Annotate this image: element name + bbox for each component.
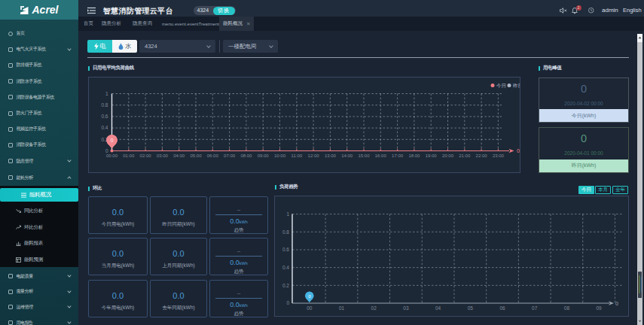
svg-text:0: 0 xyxy=(517,148,520,153)
svg-text:13:00: 13:00 xyxy=(325,153,337,158)
svg-text:1: 1 xyxy=(286,211,289,217)
svg-text:0: 0 xyxy=(111,138,114,143)
svg-text:08: 08 xyxy=(564,305,570,311)
svg-text:19:00: 19:00 xyxy=(426,153,438,158)
svg-text:04: 04 xyxy=(435,305,441,311)
svg-text:07: 07 xyxy=(532,305,538,311)
svg-text:02: 02 xyxy=(371,305,377,311)
svg-text:16:00: 16:00 xyxy=(375,153,387,158)
svg-text:07:00: 07:00 xyxy=(224,153,236,158)
svg-text:0: 0 xyxy=(105,148,108,153)
svg-text:01:00: 01:00 xyxy=(123,153,135,158)
svg-text:今日: 今日 xyxy=(496,83,506,88)
svg-text:20:00: 20:00 xyxy=(442,153,454,158)
svg-text:0.4: 0.4 xyxy=(282,265,289,270)
svg-text:10:00: 10:00 xyxy=(274,153,286,158)
svg-text:02:00: 02:00 xyxy=(140,153,152,158)
svg-text:06: 06 xyxy=(499,305,505,311)
svg-text:01: 01 xyxy=(339,305,345,311)
svg-text:05: 05 xyxy=(468,305,474,311)
svg-text:0.8: 0.8 xyxy=(101,102,108,108)
svg-text:06:00: 06:00 xyxy=(207,153,219,158)
svg-text:0.6: 0.6 xyxy=(101,114,108,119)
svg-text:18:00: 18:00 xyxy=(408,153,420,158)
svg-text:03:00: 03:00 xyxy=(157,153,169,158)
svg-text:1: 1 xyxy=(105,91,108,96)
svg-text:21:00: 21:00 xyxy=(459,153,471,158)
svg-text:08:00: 08:00 xyxy=(240,153,252,158)
svg-text:0.4: 0.4 xyxy=(101,125,108,130)
svg-text:0: 0 xyxy=(615,301,618,306)
svg-text:00:00: 00:00 xyxy=(106,153,118,158)
svg-text:0: 0 xyxy=(286,300,289,305)
svg-text:04:00: 04:00 xyxy=(173,153,185,158)
svg-text:17:00: 17:00 xyxy=(392,153,404,158)
svg-text:09: 09 xyxy=(596,305,602,311)
svg-text:03: 03 xyxy=(403,305,409,311)
svg-text:09:00: 09:00 xyxy=(258,153,270,158)
svg-text:0.2: 0.2 xyxy=(282,283,289,288)
svg-text:14:00: 14:00 xyxy=(341,153,353,158)
svg-text:05:00: 05:00 xyxy=(190,153,202,158)
svg-text:昨日: 昨日 xyxy=(513,83,520,88)
svg-text:23:00: 23:00 xyxy=(493,153,505,158)
svg-text:11:00: 11:00 xyxy=(291,153,303,158)
svg-text:12:00: 12:00 xyxy=(308,153,320,158)
svg-text:0.6: 0.6 xyxy=(282,247,289,252)
svg-text:0.8: 0.8 xyxy=(282,229,289,235)
svg-text:00: 00 xyxy=(307,305,313,311)
svg-text:15:00: 15:00 xyxy=(358,153,370,158)
svg-text:22:00: 22:00 xyxy=(476,153,488,158)
